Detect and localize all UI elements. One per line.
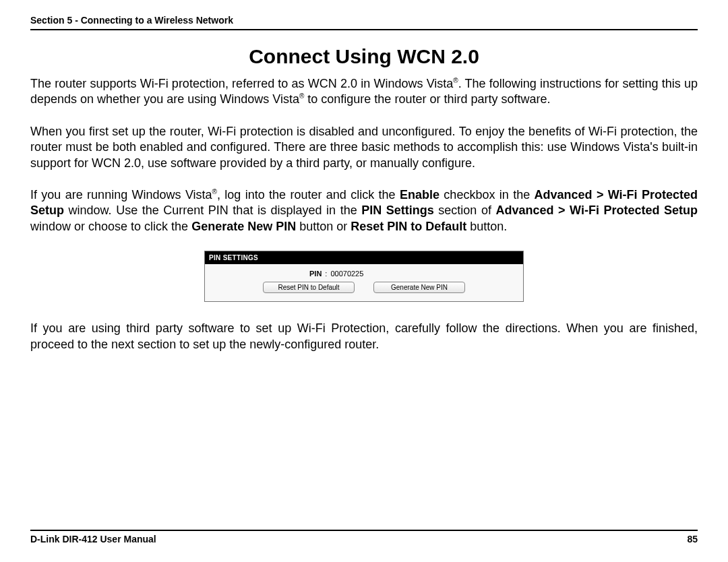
- p3-text-e: section of: [434, 204, 496, 217]
- bold-advanced-wps-2: Advanced > Wi-Fi Protected Setup: [495, 204, 698, 217]
- reset-pin-button[interactable]: Reset PIN to Default: [263, 282, 355, 293]
- pin-row: PIN : 00070225: [212, 270, 516, 278]
- bold-enable: Enable: [400, 188, 439, 201]
- pin-value: 00070225: [330, 270, 363, 278]
- p3-text-b: , log into the router and click the: [217, 188, 400, 201]
- bold-generate-new-pin: Generate New PIN: [191, 220, 296, 233]
- section-header: Section 5 - Connecting to a Wireless Net…: [30, 15, 698, 30]
- p1-text-a: The router supports Wi-Fi protection, re…: [30, 77, 453, 90]
- page-footer: D-Link DIR-412 User Manual 85: [30, 530, 698, 544]
- generate-new-pin-button[interactable]: Generate New PIN: [373, 282, 465, 293]
- pin-button-row: Reset PIN to Default Generate New PIN: [212, 282, 516, 294]
- pin-colon: :: [325, 270, 327, 278]
- pin-label: PIN: [309, 270, 322, 278]
- bold-pin-settings: PIN Settings: [361, 204, 434, 217]
- p3-text-h: button.: [466, 220, 507, 233]
- footer-page-number: 85: [687, 534, 698, 544]
- paragraph-2: When you first set up the router, Wi-Fi …: [30, 124, 698, 171]
- registered-mark: ®: [453, 77, 458, 84]
- paragraph-4: If you are using third party software to…: [30, 321, 698, 352]
- p3-text-f: window or choose to click the: [30, 220, 191, 233]
- paragraph-3: If you are running Windows Vista®, log i…: [30, 187, 698, 235]
- p3-text-c: checkbox in the: [439, 188, 535, 201]
- pin-settings-body: PIN : 00070225 Reset PIN to Default Gene…: [205, 264, 523, 301]
- pin-settings-header: PIN SETTINGS: [205, 251, 523, 264]
- pin-settings-panel: PIN SETTINGS PIN : 00070225 Reset PIN to…: [204, 251, 524, 302]
- footer-manual-name: D-Link DIR-412 User Manual: [30, 534, 156, 544]
- bold-reset-pin: Reset PIN to Default: [351, 220, 466, 233]
- registered-mark: ®: [212, 188, 217, 195]
- page-title: Connect Using WCN 2.0: [30, 45, 698, 68]
- p3-text-g: button or: [296, 220, 351, 233]
- paragraph-1: The router supports Wi-Fi protection, re…: [30, 76, 698, 108]
- pin-settings-figure: PIN SETTINGS PIN : 00070225 Reset PIN to…: [30, 251, 698, 302]
- p3-text-d: window. Use the Current PIN that is disp…: [64, 204, 361, 217]
- p3-text-a: If you are running Windows Vista: [30, 188, 212, 201]
- p1-text-c: to configure the router or third party s…: [304, 92, 550, 106]
